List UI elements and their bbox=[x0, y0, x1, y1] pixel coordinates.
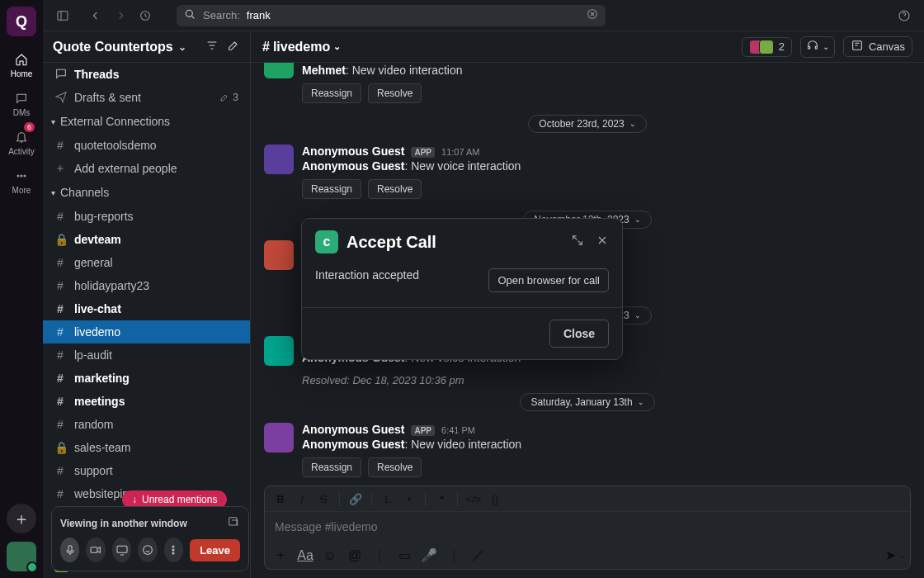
close-button[interactable]: Close bbox=[549, 320, 609, 348]
app-icon: c bbox=[315, 230, 338, 253]
modal-title: Accept Call bbox=[346, 233, 436, 252]
close-icon[interactable] bbox=[596, 234, 609, 250]
modal-overlay: c Accept Call Open browser for call Inte… bbox=[0, 0, 924, 578]
accept-call-modal: c Accept Call Open browser for call Inte… bbox=[301, 218, 623, 360]
expand-icon[interactable] bbox=[571, 234, 584, 250]
open-browser-button[interactable]: Open browser for call bbox=[488, 268, 609, 292]
